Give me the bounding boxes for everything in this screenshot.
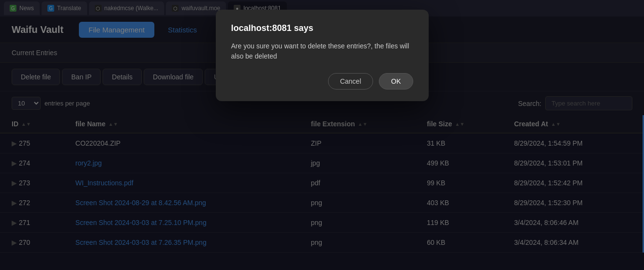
modal-cancel-button[interactable]: Cancel (328, 73, 374, 90)
modal-title: localhost:8081 says (231, 23, 413, 33)
modal-buttons: Cancel OK (231, 73, 413, 90)
modal-message: Are you sure you want to delete these en… (231, 41, 413, 61)
modal-dialog: localhost:8081 says Are you sure you wan… (216, 10, 429, 101)
modal-overlay: localhost:8081 says Are you sure you wan… (0, 0, 644, 270)
modal-ok-button[interactable]: OK (379, 73, 413, 90)
